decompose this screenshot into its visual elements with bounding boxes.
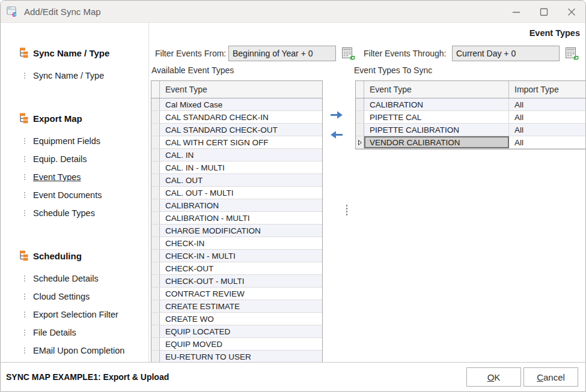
drag-dots-icon: [24, 312, 25, 318]
row-selector[interactable]: [151, 250, 160, 262]
event-type-cell: CALIBRATION: [160, 199, 322, 211]
row-selector[interactable]: [356, 111, 364, 123]
row-selector[interactable]: [356, 98, 364, 110]
row-selector[interactable]: [151, 149, 160, 161]
sidebar-item-label: Event Types: [33, 172, 81, 182]
row-selector[interactable]: [151, 262, 160, 274]
close-button[interactable]: [558, 1, 585, 23]
sidebar-item-file-details[interactable]: File Details: [1, 324, 148, 342]
available-event-row[interactable]: CREATE ESTIMATE: [151, 300, 322, 313]
sidebar-item-event-documents[interactable]: Event Documents: [1, 186, 148, 204]
row-selector[interactable]: [151, 325, 160, 337]
sync-event-row[interactable]: PIPETTE CALAll: [356, 111, 585, 124]
event-type-cell: CHECK-OUT: [160, 262, 322, 274]
row-selector[interactable]: [151, 187, 160, 199]
row-pointer-icon: [358, 140, 362, 145]
drag-dots-icon: [24, 348, 25, 354]
available-event-row[interactable]: EQUIP LOCATED: [151, 325, 322, 338]
drag-dots-icon: [24, 294, 25, 300]
row-selector[interactable]: [151, 111, 160, 123]
import-type-cell: All: [509, 111, 585, 123]
drag-dots-icon: [24, 210, 25, 216]
event-type-cell: CAL STANDARD CHECK-IN: [160, 111, 322, 123]
splitter-handle[interactable]: [344, 205, 349, 220]
row-selector[interactable]: [151, 351, 160, 362]
row-selector[interactable]: [151, 124, 160, 136]
sidebar-item-label: File Details: [33, 328, 76, 337]
row-selector[interactable]: [151, 199, 160, 211]
available-event-row[interactable]: EU-RETURN TO USER: [151, 351, 322, 362]
sidebar-item-schedule-types[interactable]: Schedule Types: [1, 204, 148, 222]
available-event-row[interactable]: CALIBRATION: [151, 199, 322, 212]
drag-dots-icon: [24, 73, 25, 79]
available-event-row[interactable]: CHECK-OUT: [151, 262, 322, 275]
available-event-row[interactable]: CAL. OUT - MULTI: [151, 187, 322, 199]
row-selector[interactable]: [151, 338, 160, 350]
drag-dots-icon: [24, 138, 25, 144]
event-type-cell: CAL. IN - MULTI: [160, 161, 322, 173]
window-title: Add/Edit Sync Map: [24, 7, 101, 17]
sidebar-item-email-upon-completion[interactable]: EMail Upon Completion: [1, 342, 148, 360]
event-type-cell: CONTRACT REVIEW: [160, 288, 322, 300]
filter-from-input[interactable]: [228, 46, 336, 61]
available-event-row[interactable]: Cal Mixed Case: [151, 98, 322, 111]
available-event-row[interactable]: CHECK-IN: [151, 237, 322, 250]
move-left-button[interactable]: [330, 130, 343, 139]
sidebar-item-schedule-details[interactable]: Schedule Details: [1, 270, 148, 288]
sidebar-item-export-selection-filter[interactable]: Export Selection Filter: [1, 306, 148, 324]
ok-button[interactable]: OK: [466, 367, 521, 387]
sidebar-item-cloud-settings[interactable]: Cloud Settings: [1, 288, 148, 306]
drag-dots-icon: [24, 192, 25, 198]
event-type-cell: CHECK-IN - MULTI: [160, 250, 322, 262]
available-event-row[interactable]: CHECK-OUT - MULTI: [151, 275, 322, 288]
available-event-row[interactable]: CONTRACT REVIEW: [151, 288, 322, 300]
available-event-row[interactable]: CAL WITH CERT SIGN OFF: [151, 136, 322, 149]
available-event-row[interactable]: CAL STANDARD CHECK-IN: [151, 111, 322, 124]
sidebar-item-equipment-fields[interactable]: Equipment Fields: [1, 132, 148, 150]
available-event-row[interactable]: CAL. IN: [151, 149, 322, 161]
sync-list-caption: Event Types To Sync: [354, 65, 432, 75]
calendar-refresh-icon[interactable]: [341, 46, 356, 61]
available-event-row[interactable]: CAL. IN - MULTI: [151, 161, 322, 174]
event-type-cell: EQUIP MOVED: [160, 338, 322, 350]
available-event-row[interactable]: CALIBRATION - MULTI: [151, 212, 322, 225]
row-selector[interactable]: [356, 136, 364, 148]
header-selector-cell: [356, 81, 364, 98]
row-selector[interactable]: [356, 124, 364, 136]
sidebar: Sync Name / Type Sync Name / Type Export: [1, 23, 149, 362]
row-selector[interactable]: [151, 212, 160, 224]
sync-event-row[interactable]: PIPETTE CALIBRATIONAll: [356, 124, 585, 136]
sync-event-row[interactable]: VENDOR CALIBRATIONAll: [356, 136, 585, 149]
row-selector[interactable]: [151, 275, 160, 287]
row-selector[interactable]: [151, 136, 160, 148]
available-event-row[interactable]: CAL STANDARD CHECK-OUT: [151, 124, 322, 136]
move-right-button[interactable]: [330, 110, 343, 119]
sidebar-item-label: Export Selection Filter: [33, 310, 118, 319]
available-event-row[interactable]: CREATE WO: [151, 313, 322, 325]
sync-event-row[interactable]: CALIBRATIONAll: [356, 98, 585, 111]
row-selector[interactable]: [151, 225, 160, 237]
row-selector[interactable]: [151, 174, 160, 186]
maximize-button[interactable]: [530, 1, 558, 23]
sidebar-section: Export Map Equipment Fields Equip. Detai…: [1, 112, 148, 222]
available-event-row[interactable]: CAL. OUT: [151, 174, 322, 187]
row-selector[interactable]: [151, 237, 160, 249]
available-event-row[interactable]: CHARGE MODIFICATION: [151, 225, 322, 237]
sidebar-item-event-types[interactable]: Event Types: [1, 168, 148, 186]
filter-from-label: Filter Events From:: [155, 46, 226, 61]
available-event-row[interactable]: CHECK-IN - MULTI: [151, 250, 322, 262]
sidebar-item-equip-details[interactable]: Equip. Details: [1, 150, 148, 168]
row-selector[interactable]: [151, 98, 160, 110]
cancel-button[interactable]: Cancel: [523, 367, 578, 387]
available-list-caption: Available Event Types: [151, 65, 234, 75]
row-selector[interactable]: [151, 161, 160, 173]
filter-through-input[interactable]: [452, 46, 560, 61]
row-selector[interactable]: [151, 300, 160, 312]
sidebar-item-sync-name-type[interactable]: Sync Name / Type: [1, 67, 148, 85]
calendar-refresh-icon[interactable]: [564, 46, 579, 61]
row-selector[interactable]: [151, 313, 160, 325]
row-selector[interactable]: [151, 288, 160, 300]
available-event-row[interactable]: EQUIP MOVED: [151, 338, 322, 351]
event-type-cell: CALIBRATION - MULTI: [160, 212, 322, 224]
minimize-button[interactable]: [502, 1, 530, 23]
